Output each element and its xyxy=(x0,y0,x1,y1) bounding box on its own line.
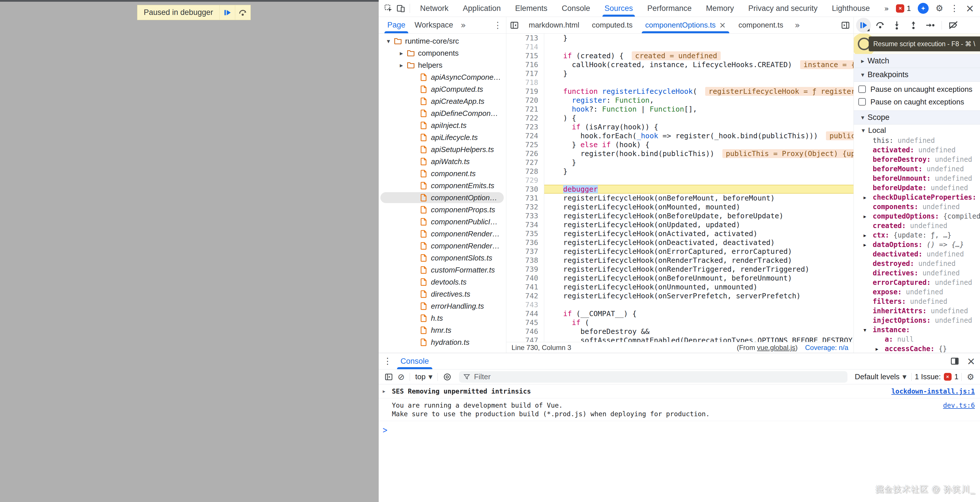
scope-var-a[interactable]: a: null xyxy=(854,335,980,344)
ai-assistance-button[interactable] xyxy=(918,3,929,14)
top-tab-elements[interactable]: Elements xyxy=(508,0,555,17)
scope-var-dataOptions[interactable]: ▸dataOptions: () => {…} xyxy=(854,240,980,249)
editor-tab-component.ts[interactable]: component.ts xyxy=(732,17,789,33)
resume-script-button[interactable] xyxy=(220,5,235,20)
scope-var-filters[interactable]: filters: undefined xyxy=(854,297,980,307)
scope-var-checkDuplicateProperties[interactable]: ▸checkDuplicateProperties: (typ xyxy=(854,193,980,202)
line-number[interactable]: 735 xyxy=(506,229,544,238)
tree-item-apiInjectts[interactable]: apiInject.ts xyxy=(379,119,506,131)
line-number[interactable]: 734 xyxy=(506,220,544,229)
editor-tab-componentOptions.ts[interactable]: componentOptions.ts× xyxy=(639,17,732,33)
pause-on-uncaught-checkbox-row[interactable]: Pause on uncaught exceptions xyxy=(854,83,980,95)
line-number[interactable]: 724 xyxy=(506,131,544,140)
code-line-732[interactable]: 732 registerLifecycleHook(onMounted, mou… xyxy=(506,203,853,211)
tree-item-componentts[interactable]: component.ts xyxy=(379,168,506,180)
scope-var-activated[interactable]: activated: undefined xyxy=(854,145,980,155)
code-line-735[interactable]: 735 registerLifecycleHook(onActivated, a… xyxy=(506,229,853,238)
live-expression-button[interactable] xyxy=(441,371,454,383)
tree-item-components[interactable]: ▸components xyxy=(379,47,506,59)
console-message[interactable]: ▸SES Removing unpermitted intrinsicslock… xyxy=(379,384,980,399)
log-levels-selector[interactable]: Default levels▼ xyxy=(853,372,909,381)
scope-var-directives[interactable]: directives: undefined xyxy=(854,268,980,278)
navigator-tab-page[interactable]: Page xyxy=(383,17,410,33)
hide-navigator-button[interactable] xyxy=(506,17,522,33)
tree-item-apiSetupHelpersts[interactable]: apiSetupHelpers.ts xyxy=(379,143,506,156)
console-tab[interactable]: Console xyxy=(396,353,433,369)
code-line-717[interactable]: 717 } xyxy=(506,69,853,78)
checkbox-icon[interactable] xyxy=(858,98,866,106)
tree-item-componentRender[interactable]: componentRender… xyxy=(379,228,506,240)
line-number[interactable]: 715 xyxy=(506,51,544,60)
split-panel-icon[interactable] xyxy=(950,357,959,366)
line-number[interactable]: 717 xyxy=(506,69,544,78)
code-viewport[interactable]: 713 }714715 if (created) {created = unde… xyxy=(506,33,853,342)
code-line-740[interactable]: 740 registerLifecycleHook(onBeforeUnmoun… xyxy=(506,274,853,283)
code-line-734[interactable]: 734 registerLifecycleHook(onUpdated, upd… xyxy=(506,220,853,229)
scope-expand-arrow[interactable]: ▸ xyxy=(864,240,866,249)
line-number[interactable]: 726 xyxy=(506,149,544,158)
toggle-device-toolbar-button[interactable] xyxy=(395,2,407,15)
top-tab-application[interactable]: Application xyxy=(456,0,508,17)
line-number[interactable]: 743 xyxy=(506,300,544,309)
code-line-724[interactable]: 724 hook.forEach(_hook => register(_hook… xyxy=(506,131,853,140)
line-number[interactable]: 737 xyxy=(506,247,544,256)
checkbox-icon[interactable] xyxy=(858,86,866,93)
more-navigator-tabs-icon[interactable]: » xyxy=(461,20,466,30)
code-line-714[interactable]: 714 xyxy=(506,43,853,51)
code-line-723[interactable]: 723 if (isArray(hook)) { xyxy=(506,122,853,131)
code-line-739[interactable]: 739 registerLifecycleHook(onRenderTrigge… xyxy=(506,265,853,274)
console-menu-button[interactable]: ⋮ xyxy=(383,353,392,369)
line-number[interactable]: 728 xyxy=(506,167,544,176)
tree-expand-arrow[interactable]: ▾ xyxy=(383,38,394,45)
console-prompt[interactable]: > xyxy=(379,421,980,435)
code-line-731[interactable]: 731 registerLifecycleHook(onBeforeMount,… xyxy=(506,194,853,203)
tree-item-devtoolsts[interactable]: devtools.ts xyxy=(379,276,506,288)
tree-item-apiAsyncCompone[interactable]: apiAsyncCompone… xyxy=(379,71,506,83)
top-tab-memory[interactable]: Memory xyxy=(699,0,741,17)
top-tab-network[interactable]: Network xyxy=(413,0,456,17)
top-tab-lighthouse[interactable]: Lighthouse xyxy=(825,0,877,17)
scope-var-beforeMount[interactable]: beforeMount: undefined xyxy=(854,164,980,174)
tree-item-hydrationts[interactable]: hydration.ts xyxy=(379,336,506,348)
scope-var-ctx[interactable]: ▸ctx: {update: ƒ, …} xyxy=(854,230,980,240)
scope-var-created[interactable]: created: undefined xyxy=(854,221,980,230)
coverage-link[interactable]: Coverage: n/a xyxy=(805,344,848,352)
console-settings-button[interactable]: ⚙ xyxy=(964,372,977,382)
top-tab-privacy-and-security[interactable]: Privacy and security xyxy=(741,0,825,17)
inspect-element-button[interactable] xyxy=(382,2,395,15)
code-line-727[interactable]: 727 } xyxy=(506,158,853,167)
tree-item-customFormatterts[interactable]: customFormatter.ts xyxy=(379,264,506,276)
tree-item-componentPropsts[interactable]: componentProps.ts xyxy=(379,204,506,216)
step-into-button[interactable] xyxy=(889,18,904,33)
line-number[interactable]: 738 xyxy=(506,256,544,265)
code-line-742[interactable]: 742 registerLifecycleHook(onServerPrefet… xyxy=(506,291,853,300)
scope-var-injectOptions[interactable]: injectOptions: undefined xyxy=(854,316,980,325)
tree-item-apiWatchts[interactable]: apiWatch.ts xyxy=(379,156,506,168)
step-out-button[interactable] xyxy=(906,18,921,33)
line-number[interactable]: 723 xyxy=(506,122,544,131)
source-location-link[interactable]: dev.ts:6 xyxy=(943,401,975,410)
line-number[interactable]: 713 xyxy=(506,33,544,43)
top-tab-console[interactable]: Console xyxy=(555,0,597,17)
tree-item-runtimecoresrc[interactable]: ▾runtime-core/src xyxy=(379,35,506,47)
step-over-button[interactable] xyxy=(873,18,888,33)
code-line-725[interactable]: 725 } else if (hook) { xyxy=(506,140,853,149)
watch-section-header[interactable]: ▸ Watch xyxy=(854,54,980,68)
close-tab-icon[interactable]: × xyxy=(719,21,726,30)
expand-message-arrow[interactable]: ▸ xyxy=(383,387,385,396)
code-line-744[interactable]: 744 if (__COMPAT__) { xyxy=(506,309,853,318)
line-number[interactable]: 744 xyxy=(506,309,544,318)
step-over-button-banner[interactable] xyxy=(235,5,250,20)
code-line-715[interactable]: 715 if (created) {created = undefined xyxy=(506,51,853,60)
close-console-button[interactable]: × xyxy=(967,356,975,366)
scope-section-header[interactable]: ▾ Scope xyxy=(854,111,980,124)
code-line-737[interactable]: 737 registerLifecycleHook(onErrorCapture… xyxy=(506,247,853,256)
tree-item-componentRender[interactable]: componentRender… xyxy=(379,240,506,252)
line-number[interactable]: 745 xyxy=(506,318,544,327)
tree-item-hts[interactable]: h.ts xyxy=(379,312,506,324)
line-number[interactable]: 729 xyxy=(506,176,544,185)
code-line-713[interactable]: 713 } xyxy=(506,33,853,43)
top-tab-performance[interactable]: Performance xyxy=(640,0,699,17)
line-number[interactable]: 741 xyxy=(506,283,544,291)
show-right-panel-button[interactable] xyxy=(837,17,853,33)
